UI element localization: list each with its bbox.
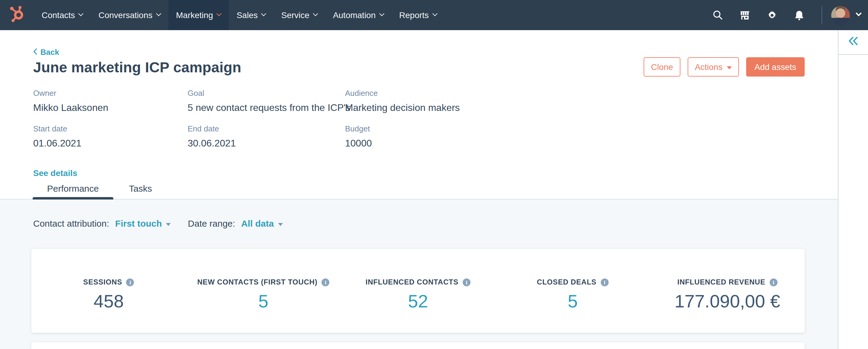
attribution-value: First touch [115, 218, 162, 228]
stat-label: INFLUENCED CONTACTS [366, 278, 459, 286]
stat-value[interactable]: 5 [568, 291, 578, 312]
field-audience: Audience Marketing decision makers [345, 89, 467, 113]
back-label: Back [40, 47, 59, 57]
tab-performance[interactable]: Performance [33, 177, 114, 199]
clone-button-label: Clone [651, 62, 673, 72]
fields-row-1: Owner Mikko Laaksonen Goal 5 new contact… [33, 89, 467, 113]
stat-influenced-contacts: INFLUENCED CONTACTS i 52 [341, 249, 496, 333]
field-budget: Budget 10000 [345, 125, 467, 149]
chevron-down-icon [261, 11, 266, 16]
tab-label: Tasks [129, 183, 152, 193]
chevron-down-icon[interactable] [856, 10, 862, 16]
attribution-dropdown[interactable]: First touch [115, 218, 171, 228]
stat-label: INFLUENCED REVENUE [677, 278, 766, 286]
chevron-down-icon [79, 11, 84, 16]
back-chevron-icon [33, 47, 37, 57]
nav-right-group [704, 0, 868, 30]
main-row: Back June marketing ICP campaign Clone A… [0, 30, 868, 349]
settings-icon[interactable] [766, 10, 777, 21]
stat-value[interactable]: 52 [408, 291, 428, 312]
info-icon[interactable]: i [322, 278, 330, 286]
field-start-date: Start date 01.06.2021 [33, 125, 188, 149]
hubspot-logo[interactable] [0, 0, 34, 30]
nav-item-label: Automation [333, 10, 376, 20]
field-label: Goal [188, 89, 345, 98]
field-label: Budget [345, 125, 467, 133]
add-assets-button[interactable]: Add assets [746, 57, 805, 76]
nav-item-label: Contacts [42, 10, 75, 20]
page-title: June marketing ICP campaign [33, 59, 241, 76]
nav-item-conversations[interactable]: Conversations [91, 0, 168, 30]
field-label: Owner [33, 89, 188, 98]
actions-button-label: Actions [695, 62, 723, 72]
chevron-down-icon [379, 11, 384, 16]
caret-down-icon [726, 66, 732, 69]
nav-item-label: Sales [237, 10, 257, 20]
campaign-header: Back June marketing ICP campaign Clone A… [0, 30, 838, 199]
field-value: Mikko Laaksonen [33, 102, 188, 113]
info-icon[interactable]: i [601, 278, 609, 286]
notifications-icon[interactable] [794, 10, 804, 21]
info-icon[interactable]: i [463, 278, 470, 286]
field-label: Audience [345, 89, 467, 98]
field-goal: Goal 5 new contact requests from the ICP… [188, 89, 345, 113]
back-link[interactable]: Back [33, 47, 59, 57]
field-value: 10000 [345, 137, 467, 149]
nav-item-label: Service [281, 10, 309, 20]
chevron-down-icon [313, 11, 318, 16]
date-range-value: All data [241, 218, 274, 228]
right-rail [838, 30, 868, 349]
nav-item-contacts[interactable]: Contacts [34, 0, 91, 30]
collapse-panel-button[interactable] [838, 30, 868, 55]
field-label: Start date [33, 125, 188, 133]
app-viewport: Contacts Conversations Marketing Sales S… [0, 0, 868, 349]
marketplace-icon[interactable] [739, 10, 750, 21]
fields-row-2: Start date 01.06.2021 End date 30.06.202… [33, 125, 467, 149]
nav-item-marketing[interactable]: Marketing [168, 0, 229, 30]
clone-button[interactable]: Clone [644, 57, 680, 76]
search-icon[interactable] [712, 10, 723, 21]
caret-down-icon [278, 223, 283, 226]
field-value: 30.06.2021 [188, 137, 345, 149]
nav-left-group: Contacts Conversations Marketing Sales S… [0, 0, 444, 30]
see-details-link[interactable]: See details [33, 168, 77, 178]
performance-section: Contact attribution: First touch Date ra… [0, 199, 838, 349]
filters-row: Contact attribution: First touch Date ra… [33, 218, 283, 228]
nav-item-sales[interactable]: Sales [228, 0, 273, 30]
tab-label: Performance [47, 183, 99, 193]
date-range-label: Date range: [188, 218, 235, 228]
date-range-dropdown[interactable]: All data [241, 218, 283, 228]
info-icon[interactable]: i [126, 278, 134, 286]
nav-item-automation[interactable]: Automation [325, 0, 392, 30]
field-value: 5 new contact requests from the ICP's [188, 102, 345, 113]
info-icon[interactable]: i [770, 278, 777, 286]
nav-divider [822, 6, 822, 24]
stat-value: 177.090,00 € [674, 291, 780, 312]
actions-button[interactable]: Actions [688, 57, 739, 76]
avatar[interactable] [831, 6, 850, 24]
nav-item-label: Conversations [99, 10, 153, 20]
top-navbar: Contacts Conversations Marketing Sales S… [0, 0, 868, 30]
field-value: 01.06.2021 [33, 137, 188, 149]
field-owner: Owner Mikko Laaksonen [33, 89, 188, 113]
nav-item-label: Marketing [176, 10, 213, 20]
tabs-bar: Performance Tasks [0, 177, 838, 199]
bottom-card [31, 342, 805, 349]
stat-influenced-revenue: INFLUENCED REVENUE i 177.090,00 € [650, 249, 805, 333]
stat-label: NEW CONTACTS (FIRST TOUCH) [197, 278, 318, 286]
stat-label: CLOSED DEALS [537, 278, 596, 286]
nav-item-service[interactable]: Service [274, 0, 325, 30]
chevron-down-icon [432, 11, 437, 16]
add-assets-button-label: Add assets [754, 62, 796, 72]
field-value: Marketing decision makers [345, 102, 467, 113]
field-label: End date [188, 125, 345, 133]
stat-new-contacts: NEW CONTACTS (FIRST TOUCH) i 5 [186, 249, 341, 333]
stat-sessions: SESSIONS i 458 [31, 249, 186, 333]
attribution-label: Contact attribution: [33, 218, 109, 228]
stat-value[interactable]: 5 [258, 291, 269, 312]
field-end-date: End date 30.06.2021 [188, 125, 345, 149]
header-actions: Clone Actions Add assets [644, 57, 805, 76]
nav-item-reports[interactable]: Reports [392, 0, 444, 30]
tab-tasks[interactable]: Tasks [114, 177, 168, 199]
stat-label: SESSIONS [83, 278, 122, 286]
